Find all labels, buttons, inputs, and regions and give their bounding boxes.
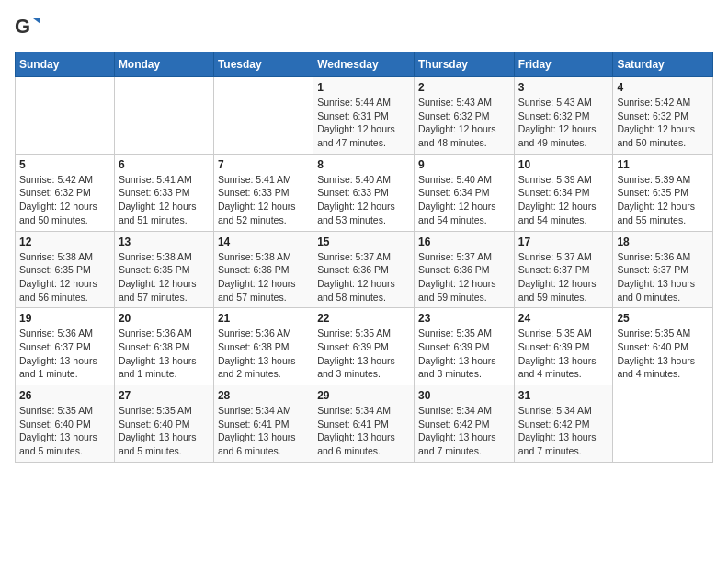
day-info: Sunrise: 5:39 AM Sunset: 6:34 PM Dayligh… (518, 173, 609, 227)
day-number: 15 (317, 236, 410, 248)
day-number: 29 (317, 389, 410, 402)
day-number: 23 (418, 312, 510, 325)
calendar-header-row: SundayMondayTuesdayWednesdayThursdayFrid… (16, 52, 713, 77)
calendar-cell: 20Sunrise: 5:36 AM Sunset: 6:38 PM Dayli… (114, 308, 213, 385)
calendar-cell: 10Sunrise: 5:39 AM Sunset: 6:34 PM Dayli… (514, 154, 613, 231)
svg-marker-1 (33, 18, 40, 24)
calendar-cell (613, 385, 713, 463)
calendar-cell: 19Sunrise: 5:36 AM Sunset: 6:37 PM Dayli… (16, 308, 115, 385)
day-info: Sunrise: 5:35 AM Sunset: 6:40 PM Dayligh… (119, 404, 210, 458)
calendar-cell: 21Sunrise: 5:36 AM Sunset: 6:38 PM Dayli… (213, 308, 313, 385)
day-info: Sunrise: 5:41 AM Sunset: 6:33 PM Dayligh… (119, 173, 210, 227)
calendar-cell: 5Sunrise: 5:42 AM Sunset: 6:32 PM Daylig… (16, 154, 115, 231)
calendar-cell: 13Sunrise: 5:38 AM Sunset: 6:35 PM Dayli… (114, 231, 213, 308)
day-info: Sunrise: 5:37 AM Sunset: 6:37 PM Dayligh… (518, 250, 609, 304)
calendar-cell: 4Sunrise: 5:42 AM Sunset: 6:32 PM Daylig… (613, 77, 713, 155)
calendar-cell: 2Sunrise: 5:43 AM Sunset: 6:32 PM Daylig… (414, 77, 514, 155)
calendar-cell: 15Sunrise: 5:37 AM Sunset: 6:36 PM Dayli… (313, 231, 415, 308)
day-number: 27 (119, 389, 210, 402)
day-header-thursday: Thursday (414, 52, 514, 77)
day-info: Sunrise: 5:35 AM Sunset: 6:39 PM Dayligh… (317, 327, 410, 381)
day-info: Sunrise: 5:34 AM Sunset: 6:42 PM Dayligh… (518, 404, 609, 458)
svg-text:G: G (15, 15, 30, 38)
calendar-cell: 24Sunrise: 5:35 AM Sunset: 6:39 PM Dayli… (514, 308, 613, 385)
day-number: 28 (218, 389, 309, 402)
day-number: 20 (119, 312, 210, 325)
calendar-cell: 11Sunrise: 5:39 AM Sunset: 6:35 PM Dayli… (613, 154, 713, 231)
day-info: Sunrise: 5:36 AM Sunset: 6:37 PM Dayligh… (19, 327, 110, 381)
calendar-cell: 6Sunrise: 5:41 AM Sunset: 6:33 PM Daylig… (114, 154, 213, 231)
calendar-week-row: 1Sunrise: 5:44 AM Sunset: 6:31 PM Daylig… (16, 77, 713, 155)
calendar-cell (16, 77, 115, 155)
day-number: 8 (317, 158, 410, 171)
calendar-cell: 12Sunrise: 5:38 AM Sunset: 6:35 PM Dayli… (16, 231, 115, 308)
calendar-table: SundayMondayTuesdayWednesdayThursdayFrid… (15, 52, 713, 463)
day-number: 19 (19, 312, 110, 325)
day-number: 24 (518, 312, 609, 325)
day-number: 14 (218, 236, 309, 248)
logo: G (15, 15, 44, 40)
day-number: 10 (518, 158, 609, 171)
day-number: 4 (617, 81, 709, 94)
day-number: 5 (19, 158, 110, 171)
day-number: 26 (19, 389, 110, 402)
day-info: Sunrise: 5:38 AM Sunset: 6:35 PM Dayligh… (119, 250, 210, 304)
calendar-cell: 14Sunrise: 5:38 AM Sunset: 6:36 PM Dayli… (213, 231, 313, 308)
day-number: 1 (317, 81, 410, 94)
calendar-cell: 30Sunrise: 5:34 AM Sunset: 6:42 PM Dayli… (414, 385, 514, 463)
day-info: Sunrise: 5:43 AM Sunset: 6:32 PM Dayligh… (518, 96, 609, 150)
day-info: Sunrise: 5:35 AM Sunset: 6:39 PM Dayligh… (418, 327, 510, 381)
day-info: Sunrise: 5:40 AM Sunset: 6:34 PM Dayligh… (418, 173, 510, 227)
day-info: Sunrise: 5:37 AM Sunset: 6:36 PM Dayligh… (418, 250, 510, 304)
day-info: Sunrise: 5:34 AM Sunset: 6:41 PM Dayligh… (218, 404, 309, 458)
day-info: Sunrise: 5:42 AM Sunset: 6:32 PM Dayligh… (617, 96, 709, 150)
calendar-cell: 25Sunrise: 5:35 AM Sunset: 6:40 PM Dayli… (613, 308, 713, 385)
calendar-cell (114, 77, 213, 155)
day-header-wednesday: Wednesday (313, 52, 415, 77)
day-number: 3 (518, 81, 609, 94)
day-info: Sunrise: 5:43 AM Sunset: 6:32 PM Dayligh… (418, 96, 510, 150)
day-info: Sunrise: 5:42 AM Sunset: 6:32 PM Dayligh… (19, 173, 110, 227)
logo-icon: G (15, 15, 40, 40)
day-info: Sunrise: 5:36 AM Sunset: 6:37 PM Dayligh… (617, 250, 709, 304)
calendar-cell: 1Sunrise: 5:44 AM Sunset: 6:31 PM Daylig… (313, 77, 415, 155)
page-header: G (15, 15, 713, 40)
day-header-friday: Friday (514, 52, 613, 77)
day-number: 11 (617, 158, 709, 171)
calendar-cell: 31Sunrise: 5:34 AM Sunset: 6:42 PM Dayli… (514, 385, 613, 463)
day-number: 6 (119, 158, 210, 171)
day-number: 25 (617, 312, 709, 325)
day-number: 30 (418, 389, 510, 402)
day-header-saturday: Saturday (613, 52, 713, 77)
calendar-cell: 26Sunrise: 5:35 AM Sunset: 6:40 PM Dayli… (16, 385, 115, 463)
calendar-cell: 7Sunrise: 5:41 AM Sunset: 6:33 PM Daylig… (213, 154, 313, 231)
day-number: 7 (218, 158, 309, 171)
calendar-cell: 3Sunrise: 5:43 AM Sunset: 6:32 PM Daylig… (514, 77, 613, 155)
day-info: Sunrise: 5:36 AM Sunset: 6:38 PM Dayligh… (218, 327, 309, 381)
day-info: Sunrise: 5:35 AM Sunset: 6:39 PM Dayligh… (518, 327, 609, 381)
day-info: Sunrise: 5:37 AM Sunset: 6:36 PM Dayligh… (317, 250, 410, 304)
calendar-cell: 23Sunrise: 5:35 AM Sunset: 6:39 PM Dayli… (414, 308, 514, 385)
day-number: 21 (218, 312, 309, 325)
calendar-cell: 29Sunrise: 5:34 AM Sunset: 6:41 PM Dayli… (313, 385, 415, 463)
calendar-week-row: 26Sunrise: 5:35 AM Sunset: 6:40 PM Dayli… (16, 385, 713, 463)
day-number: 18 (617, 236, 709, 248)
calendar-cell (213, 77, 313, 155)
day-info: Sunrise: 5:39 AM Sunset: 6:35 PM Dayligh… (617, 173, 709, 227)
day-info: Sunrise: 5:44 AM Sunset: 6:31 PM Dayligh… (317, 96, 410, 150)
day-info: Sunrise: 5:35 AM Sunset: 6:40 PM Dayligh… (617, 327, 709, 381)
calendar-week-row: 19Sunrise: 5:36 AM Sunset: 6:37 PM Dayli… (16, 308, 713, 385)
day-number: 13 (119, 236, 210, 248)
day-number: 9 (418, 158, 510, 171)
day-number: 2 (418, 81, 510, 94)
calendar-cell: 28Sunrise: 5:34 AM Sunset: 6:41 PM Dayli… (213, 385, 313, 463)
day-header-monday: Monday (114, 52, 213, 77)
day-header-sunday: Sunday (16, 52, 115, 77)
calendar-cell: 27Sunrise: 5:35 AM Sunset: 6:40 PM Dayli… (114, 385, 213, 463)
day-number: 31 (518, 389, 609, 402)
day-info: Sunrise: 5:36 AM Sunset: 6:38 PM Dayligh… (119, 327, 210, 381)
calendar-cell: 18Sunrise: 5:36 AM Sunset: 6:37 PM Dayli… (613, 231, 713, 308)
calendar-week-row: 12Sunrise: 5:38 AM Sunset: 6:35 PM Dayli… (16, 231, 713, 308)
calendar-cell: 16Sunrise: 5:37 AM Sunset: 6:36 PM Dayli… (414, 231, 514, 308)
day-number: 17 (518, 236, 609, 248)
